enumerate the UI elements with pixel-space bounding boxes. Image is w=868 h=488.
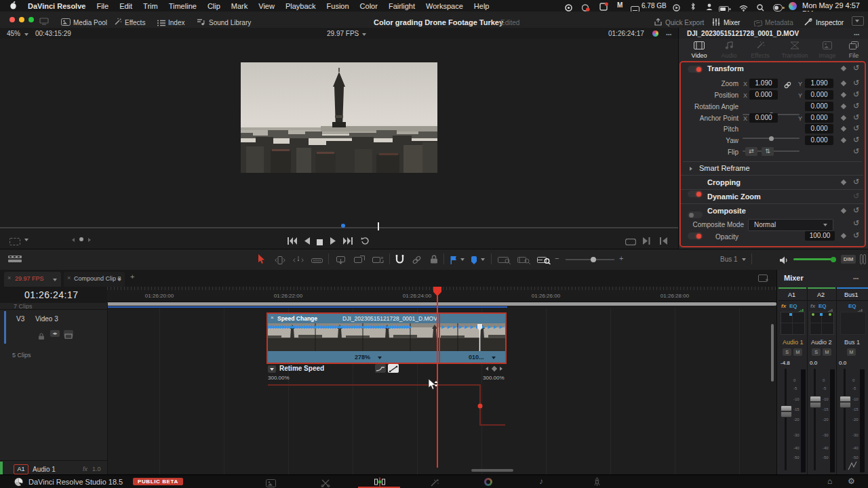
viewer-more-options[interactable]: •••	[666, 31, 671, 37]
prev-clip-button[interactable]	[660, 235, 667, 247]
quick-export-button[interactable]: Quick Export	[665, 19, 704, 26]
audio-bus-selector[interactable]: Bus 1	[720, 256, 738, 263]
pan-dot-green[interactable]	[829, 313, 831, 316]
pan-dot-green[interactable]	[812, 313, 814, 316]
apple-icon[interactable]	[9, 0, 17, 12]
tab-transition[interactable]: Transition	[776, 40, 813, 59]
next-keyframe-icon[interactable]	[500, 367, 502, 371]
index-button[interactable]: Index	[168, 19, 184, 26]
menu-mark[interactable]: Mark	[231, 2, 248, 10]
monitor-icon[interactable]	[39, 16, 49, 28]
viewer-overlay-options-icon[interactable]	[9, 236, 20, 248]
viewer-fps-chevron-icon[interactable]	[362, 33, 366, 36]
marker-button[interactable]	[471, 255, 477, 267]
yaw-keyframe-icon[interactable]	[841, 138, 846, 143]
video-track-frame-icon[interactable]	[64, 330, 73, 337]
menu-color[interactable]: Color	[360, 2, 378, 10]
fairlight-page-button[interactable]: ♪	[539, 476, 543, 486]
viewer-jog-bar[interactable]	[0, 227, 678, 228]
play-button[interactable]	[330, 235, 336, 247]
play-reverse-button[interactable]	[304, 235, 310, 247]
speed-right-chevron-icon[interactable]	[492, 357, 496, 359]
timeline-view-options-icon[interactable]	[8, 255, 22, 267]
cropping-reset-icon[interactable]: ↺	[853, 178, 859, 186]
a2-solo-button[interactable]: S	[812, 348, 821, 356]
viewer-dot-icon[interactable]	[79, 237, 83, 241]
scroll-bars-icon[interactable]	[860, 254, 866, 267]
m-app-icon[interactable]: M	[617, 1, 623, 9]
viewer-zoom-chevron-icon[interactable]	[24, 33, 28, 36]
flag-chevron-icon[interactable]	[460, 258, 465, 261]
position-y-field[interactable]: 0.000	[805, 90, 833, 100]
clip-close-icon[interactable]: ×	[271, 314, 274, 321]
bus1-fader-handle[interactable]	[840, 396, 851, 408]
a2-eq-badge[interactable]: EQ	[818, 303, 827, 309]
speed-handle[interactable]	[477, 323, 483, 351]
menu-fusion[interactable]: Fusion	[327, 2, 349, 10]
pitch-reset-icon[interactable]: ↺	[853, 125, 859, 132]
rotation-field[interactable]: 0.000	[805, 102, 833, 111]
position-reset-icon[interactable]: ↺	[853, 91, 859, 98]
razor-tool-button[interactable]	[311, 255, 323, 267]
mixer-button[interactable]: Mixer	[724, 19, 740, 26]
mixer-channel-id[interactable]: A2	[817, 291, 825, 298]
mixer-channel-name[interactable]: Bus 1	[844, 339, 860, 346]
video-track-lock-icon[interactable]	[38, 330, 45, 342]
menu-view[interactable]: View	[258, 2, 275, 10]
anchor-keyframe-icon[interactable]	[841, 115, 846, 121]
pitch-keyframe-icon[interactable]	[841, 126, 846, 131]
retime-curve-button[interactable]	[375, 364, 386, 373]
inspector-more-options[interactable]: •••	[854, 31, 859, 37]
retime-scrollbar[interactable]	[471, 469, 513, 472]
a1-eq-badge[interactable]: EQ	[789, 303, 797, 309]
anchor-reset-icon[interactable]: ↺	[853, 114, 859, 121]
a1-solo-button[interactable]: S	[783, 348, 791, 356]
linked-selection-button[interactable]	[412, 255, 421, 267]
a1-fader-handle[interactable]	[781, 405, 792, 418]
menu-timeline[interactable]: Timeline	[169, 2, 197, 10]
timeline-tab-compound[interactable]: × Compound Clip 8	[64, 272, 125, 287]
clip-speed-left[interactable]: 278%	[355, 354, 370, 361]
home-button[interactable]: ⌂	[827, 476, 832, 486]
timeline-clip-speed-change[interactable]: × Speed Change DJI_20230515121728_0001_D…	[267, 312, 507, 364]
match-frame-button[interactable]	[625, 236, 636, 248]
timeline-tab-active[interactable]: × 29.97 FPS	[4, 272, 61, 287]
transform-toggle[interactable]	[688, 66, 703, 73]
traffic-light-close[interactable]	[9, 17, 15, 22]
timeline-zoom-full-button[interactable]	[498, 255, 511, 267]
clip-speed-right[interactable]: 010...	[469, 354, 484, 361]
mixer-channel-id[interactable]: Bus1	[844, 291, 859, 298]
color-wheel-icon[interactable]	[652, 30, 658, 37]
automation-icon[interactable]	[848, 461, 857, 473]
composite-mode-reset-icon[interactable]: ↺	[853, 220, 859, 227]
bus1-pan-grid[interactable]	[840, 312, 866, 335]
rotation-reset-icon[interactable]: ↺	[853, 102, 859, 110]
mixer-channel-id[interactable]: A1	[788, 291, 795, 298]
a2-fader-track[interactable]	[814, 369, 816, 470]
smart-reframe-expander-icon[interactable]	[690, 167, 692, 171]
zoom-reset-icon[interactable]: ↺	[853, 79, 859, 87]
anchor-x-field[interactable]: 0.000	[749, 113, 778, 123]
pan-dot-blue[interactable]	[789, 313, 792, 316]
yaw-field[interactable]: 0.000	[805, 136, 833, 145]
snapping-button[interactable]	[395, 254, 404, 266]
next-clip-button[interactable]	[643, 235, 650, 247]
audio-track-id-badge[interactable]: A1	[14, 464, 28, 474]
tab-chevron-icon[interactable]	[53, 279, 57, 281]
opacity-keyframe-icon[interactable]	[841, 233, 846, 239]
tab-image[interactable]: Image	[813, 40, 842, 59]
tab-file[interactable]: File	[842, 40, 866, 59]
position-x-field[interactable]: 0.000	[749, 90, 778, 100]
cropping-toggle[interactable]	[688, 190, 703, 197]
menu-playback[interactable]: Playback	[285, 2, 316, 10]
retime-speed-curve[interactable]	[268, 380, 505, 430]
selection-tool-button[interactable]	[258, 254, 265, 267]
pan-dot-blue[interactable]	[820, 313, 823, 316]
menu-help[interactable]: Help	[474, 2, 490, 10]
viewer-fps[interactable]: 29.97 FPS	[327, 30, 359, 37]
rotation-keyframe-icon[interactable]	[841, 104, 846, 109]
flip-horizontal-button[interactable]: ⇄	[745, 147, 757, 156]
timeline-scrollbar-vertical[interactable]	[771, 324, 774, 382]
a1-fader-track[interactable]	[785, 369, 787, 470]
a2-mute-button[interactable]: M	[823, 348, 831, 356]
